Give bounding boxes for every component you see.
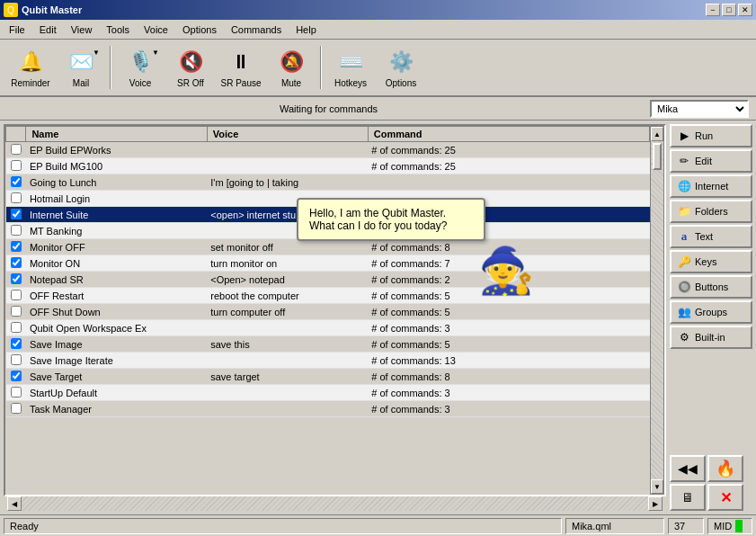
buttons-button[interactable]: 🔘 Buttons [670, 275, 752, 299]
row-voice [207, 142, 368, 158]
menu-voice[interactable]: Voice [137, 22, 175, 37]
horizontal-scrollbar[interactable]: ◀ ▶ [7, 496, 663, 511]
table-row[interactable]: OFF Restartreboot the computer# of comma… [6, 288, 650, 304]
menu-file[interactable]: File [2, 22, 32, 37]
row-checkbox-cell[interactable] [6, 385, 26, 401]
table-row[interactable]: Going to LunchI'm [going to | taking [6, 174, 650, 191]
row-checkbox-cell[interactable] [6, 255, 26, 272]
scroll-right-button[interactable]: ▶ [648, 496, 663, 511]
table-row[interactable]: Qubit Open Workspace Ex# of commands: 3 [6, 320, 650, 336]
row-checkbox-cell[interactable] [6, 353, 26, 369]
menu-edit[interactable]: Edit [32, 22, 64, 37]
row-checkbox-cell[interactable] [6, 320, 26, 336]
row-checkbox-cell[interactable] [6, 288, 26, 304]
toolbar-sr-pause[interactable]: ⏸ SR Pause [218, 44, 264, 91]
table-row[interactable]: Task Manager# of commands: 3 [6, 401, 650, 417]
toolbar-sr-off[interactable]: 🔇 SR Off [167, 44, 214, 91]
row-checkbox-cell[interactable] [6, 174, 26, 191]
toolbar-mail[interactable]: ✉️ Mail ▼ [58, 44, 104, 91]
scroll-left-button[interactable]: ◀ [7, 496, 22, 511]
edit-button[interactable]: ✏ Edit [670, 149, 752, 173]
row-checkbox-cell[interactable] [6, 223, 26, 239]
minimize-button[interactable]: − [706, 4, 720, 16]
table-row[interactable]: Save Image Iterate# of commands: 13 [6, 353, 650, 369]
profile-select[interactable]: Mika [650, 100, 749, 118]
maximize-button[interactable]: □ [722, 4, 736, 16]
row-checkbox[interactable] [11, 354, 22, 365]
groups-button[interactable]: 👥 Groups [670, 300, 752, 324]
row-checkbox-cell[interactable] [6, 142, 26, 158]
table-scroll[interactable]: Name Voice Command EP Build EPWorks# of … [5, 126, 650, 495]
row-checkbox[interactable] [11, 209, 22, 219]
voice-dropdown-arrow[interactable]: ▼ [152, 49, 159, 57]
table-row[interactable]: EP Build MG100# of commands: 25 [6, 158, 650, 174]
table-row[interactable]: Notepad SR<Open> notepad# of commands: 2 [6, 272, 650, 288]
row-checkbox-cell[interactable] [6, 336, 26, 353]
toolbar-hotkeys[interactable]: ⌨️ Hotkeys [327, 44, 374, 91]
row-checkbox[interactable] [11, 306, 22, 317]
row-checkbox[interactable] [11, 257, 22, 268]
table-row[interactable]: Save Imagesave this# of commands: 5 [6, 336, 650, 353]
mail-dropdown-arrow[interactable]: ▼ [93, 49, 100, 57]
row-checkbox[interactable] [11, 322, 22, 333]
row-checkbox[interactable] [11, 160, 22, 171]
vertical-scrollbar[interactable]: ▲ ▼ [650, 126, 664, 495]
row-checkbox[interactable] [11, 403, 22, 414]
row-command: # of commands: 25 [368, 158, 649, 174]
toolbar-reminder[interactable]: 🔔 Reminder [7, 44, 54, 91]
table-row[interactable]: Hotmail Login [6, 191, 650, 207]
screen-button[interactable]: 🖥 [670, 484, 706, 511]
text-label: Text [695, 231, 713, 242]
table-row[interactable]: MT Banking# of commands: 7 [6, 223, 650, 239]
reminder-icon: 🔔 [16, 48, 45, 76]
table-row[interactable]: StartUp Default# of commands: 3 [6, 385, 650, 401]
run-button[interactable]: ▶ Run [670, 124, 752, 147]
menu-options[interactable]: Options [175, 22, 224, 37]
toolbar-options[interactable]: ⚙️ Options [378, 44, 424, 91]
menu-commands[interactable]: Commands [224, 22, 289, 37]
row-checkbox-cell[interactable] [6, 191, 26, 207]
menu-tools[interactable]: Tools [99, 22, 137, 37]
row-checkbox[interactable] [11, 176, 22, 187]
row-checkbox[interactable] [11, 273, 22, 284]
toolbar-mute[interactable]: 🔕 Mute [268, 44, 315, 91]
menu-help[interactable]: Help [289, 22, 324, 37]
folders-button[interactable]: 📁 Folders [670, 200, 752, 223]
row-checkbox[interactable] [11, 371, 22, 381]
row-checkbox-cell[interactable] [6, 401, 26, 417]
keys-button[interactable]: 🔑 Keys [670, 250, 752, 273]
table-row[interactable]: Monitor ONturn monitor on# of commands: … [6, 255, 650, 272]
row-checkbox[interactable] [11, 144, 22, 155]
text-button[interactable]: a Text [670, 225, 752, 248]
scroll-up-button[interactable]: ▲ [651, 127, 663, 141]
row-checkbox-cell[interactable] [6, 304, 26, 320]
row-checkbox-cell[interactable] [6, 369, 26, 385]
row-checkbox[interactable] [11, 338, 22, 349]
row-checkbox[interactable] [11, 241, 22, 252]
built-in-button[interactable]: ⚙ Built-in [670, 326, 752, 349]
row-checkbox-cell[interactable] [6, 158, 26, 174]
table-row[interactable]: EP Build EPWorks# of commands: 25 [6, 142, 650, 158]
table-row[interactable]: Monitor OFFset monitor off# of commands:… [6, 239, 650, 255]
row-checkbox-cell[interactable] [6, 272, 26, 288]
table-row[interactable]: Internet Suite<open> internet stu [6, 207, 650, 223]
row-checkbox-cell[interactable] [6, 239, 26, 255]
table-row[interactable]: OFF Shut Downturn computer off# of comma… [6, 304, 650, 320]
row-checkbox[interactable] [11, 290, 22, 300]
menu-view[interactable]: View [64, 22, 100, 37]
profile-dropdown[interactable]: Mika [650, 100, 749, 118]
row-command [368, 174, 649, 191]
internet-button[interactable]: 🌐 Internet [670, 174, 752, 198]
row-checkbox[interactable] [11, 387, 22, 398]
close-button[interactable]: ✕ [738, 4, 752, 16]
row-checkbox-cell[interactable] [6, 207, 26, 223]
scroll-down-button[interactable]: ▼ [651, 479, 663, 494]
back-button[interactable]: ◀◀ [670, 455, 706, 482]
delete-button[interactable]: ✕ [707, 484, 743, 511]
fire-button[interactable]: 🔥 [707, 455, 743, 482]
toolbar-voice[interactable]: 🎙️ Voice ▼ [117, 44, 164, 91]
row-checkbox[interactable] [11, 192, 22, 203]
scroll-thumb[interactable] [653, 143, 662, 170]
row-checkbox[interactable] [11, 225, 22, 236]
table-row[interactable]: Save Targetsave target# of commands: 8 [6, 369, 650, 385]
